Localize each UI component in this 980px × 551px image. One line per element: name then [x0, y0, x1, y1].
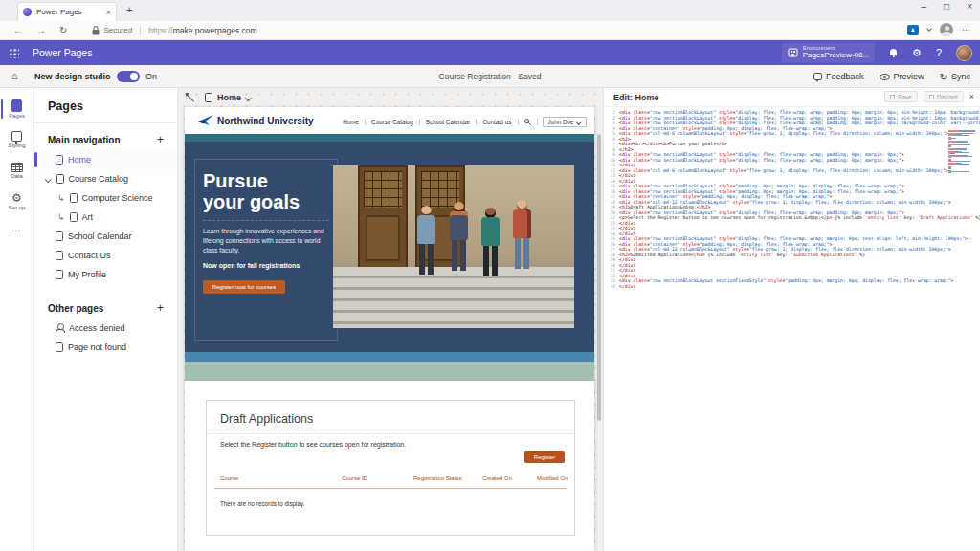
col-created-on[interactable]: Created On [482, 475, 512, 481]
other-pages-header: Other pages + [48, 301, 164, 315]
rail-item-pages[interactable]: Pages [0, 94, 34, 124]
rail-item-setup[interactable]: ⚙ Set up [0, 186, 34, 216]
browser-profile-avatar[interactable] [940, 23, 953, 36]
app-launcher-icon[interactable] [9, 48, 19, 58]
sidebar-item-home[interactable]: Home [34, 150, 177, 169]
code-line[interactable]: 34</div> [604, 284, 980, 290]
resize-canvas-icon[interactable] [186, 93, 195, 102]
new-tab-button[interactable]: + [126, 4, 132, 15]
rail-item-data[interactable]: Data [0, 155, 34, 186]
code-line[interactable]: 33<div class="row sectionBlockLayout sec… [604, 278, 980, 284]
sidebar-item-computer-science[interactable]: ↳ Computer Science [34, 188, 177, 208]
rail-item-styling[interactable]: Styling [0, 124, 34, 155]
minimize-button[interactable]: – [922, 1, 927, 11]
studio-toolbar: ⌂ New design studio On Course Registrati… [0, 65, 980, 88]
environment-texts: Environment PagesPreview-08... [803, 45, 869, 59]
app-title[interactable]: Power Pages [33, 47, 92, 58]
site-security[interactable]: Secured [92, 26, 132, 35]
app-window: Power Pages × + – □ × ← → ↻ Secured http… [0, 0, 980, 551]
chevron-down-icon[interactable] [45, 176, 51, 182]
code-line[interactable]: 12 <div class="col-md-6 columnBlockLayou… [604, 168, 980, 174]
settings-gear-icon[interactable]: ⚙ [912, 47, 922, 59]
code-area[interactable]: 1<div class="row sectionBlockLayout" sty… [604, 107, 980, 289]
back-icon[interactable]: ← [13, 25, 23, 35]
url-text[interactable]: https://make.powerpages.com [148, 26, 256, 35]
code-line[interactable]: 21 <p>Select the Register button to see … [604, 215, 980, 221]
sage-strip [185, 362, 594, 381]
user-avatar[interactable] [956, 45, 972, 61]
close-button[interactable]: × [967, 1, 972, 11]
divider [34, 122, 177, 123]
site-nav-contact-us[interactable]: Contact us [477, 119, 518, 125]
tree-item-label: Access denied [69, 323, 125, 333]
feedback-button[interactable]: Feedback [813, 72, 864, 81]
collections-icon[interactable] [907, 25, 919, 35]
hero-text-column[interactable]: Pursueyour goals Learn through innovativ… [194, 159, 338, 341]
sidebar-item-course-catalog[interactable]: Course Catalog [34, 169, 177, 188]
add-page-button[interactable]: + [157, 133, 164, 146]
chevron-down-icon[interactable] [926, 26, 932, 32]
sidebar-item-art[interactable]: ↳ Art [34, 208, 177, 227]
editor-save-button[interactable]: Save [884, 91, 918, 102]
sidebar-item-access-denied[interactable]: Access denied [34, 319, 177, 338]
sidebar-item-school-calendar[interactable]: School Calendar [34, 227, 177, 246]
refresh-icon[interactable]: ↻ [59, 25, 67, 35]
page-icon [70, 193, 78, 203]
browser-address-bar: ← → ↻ Secured https://make.powerpages.co… [0, 21, 980, 40]
add-other-page-button[interactable]: + [157, 301, 164, 315]
rail-label: Data [11, 173, 23, 179]
canvas-scrollbar[interactable] [597, 107, 601, 528]
sidebar-item-my-profile[interactable]: My Profile [34, 265, 177, 284]
code-lines[interactable]: 1<div class="row sectionBlockLayout" sty… [604, 110, 980, 289]
scrollbar-thumb[interactable] [597, 134, 601, 421]
site-nav-home[interactable]: Home [337, 119, 366, 125]
sidebar-item-page-not-found[interactable]: Page not found [34, 338, 177, 357]
notifications-bell-icon[interactable] [889, 49, 898, 57]
site-preview[interactable]: Northwind University Home Course Catalog… [185, 107, 594, 551]
editor-discard-button[interactable]: Discard [924, 91, 964, 102]
code-line[interactable]: 5 <div class="col-md-6 columnBlockLayout… [604, 131, 980, 137]
divider [203, 220, 329, 221]
browser-more-icon[interactable]: ⋯ [962, 25, 970, 34]
teal-strip [185, 134, 594, 142]
site-user-menu[interactable]: John Doe [543, 117, 587, 127]
page-not-found-icon [56, 342, 63, 352]
photo-person [513, 200, 531, 269]
lock-icon [92, 26, 100, 35]
col-registration-status[interactable]: Registration Status [413, 475, 462, 481]
preview-button[interactable]: Preview [880, 72, 924, 81]
site-search-button[interactable] [519, 119, 538, 125]
help-icon[interactable]: ? [936, 47, 942, 58]
draft-applications-card[interactable]: Draft Applications Select the Register b… [206, 400, 575, 536]
page-selector-label: Home [217, 93, 241, 102]
page-icon [56, 174, 64, 184]
tree-item-label: Page not found [68, 342, 126, 352]
site-nav-school-calendar[interactable]: School Calendar [420, 119, 478, 125]
forward-icon[interactable]: → [36, 25, 46, 35]
col-course[interactable]: Course [220, 475, 238, 481]
panel-title: Pages [48, 99, 177, 113]
browser-tab[interactable]: Power Pages × [17, 2, 117, 21]
register-now-button[interactable]: Register now for courses [203, 280, 285, 294]
editor-minimap[interactable] [948, 130, 977, 174]
rail-more-icon[interactable]: ⋯ [12, 226, 22, 235]
sidebar-item-contact-us[interactable]: Contact Us [34, 246, 177, 265]
environment-picker[interactable]: Environment PagesPreview-08... [782, 43, 875, 61]
tab-close-icon[interactable]: × [106, 8, 111, 17]
hero-section[interactable]: Pursueyour goals Learn through innovativ… [185, 142, 594, 352]
maximize-button[interactable]: □ [944, 1, 949, 11]
tree-item-label: Contact Us [68, 251, 111, 260]
editor-close-icon[interactable]: × [969, 92, 974, 101]
hero-photo[interactable] [333, 165, 574, 328]
setup-gear-icon: ⚙ [11, 192, 22, 204]
register-button[interactable]: Register [524, 451, 565, 463]
site-brand[interactable]: Northwind University [217, 116, 314, 126]
site-nav-course-catalog[interactable]: Course Catalog [366, 119, 420, 125]
page-selector[interactable]: Home [205, 93, 252, 102]
col-modified-on[interactable]: Modified On [537, 475, 568, 481]
rail-label: Pages [9, 113, 25, 119]
sync-button[interactable]: ↻Sync [940, 72, 970, 82]
window-controls: – □ × [922, 1, 972, 11]
col-course-id[interactable]: Course ID [342, 475, 368, 481]
page-icon [56, 270, 63, 279]
